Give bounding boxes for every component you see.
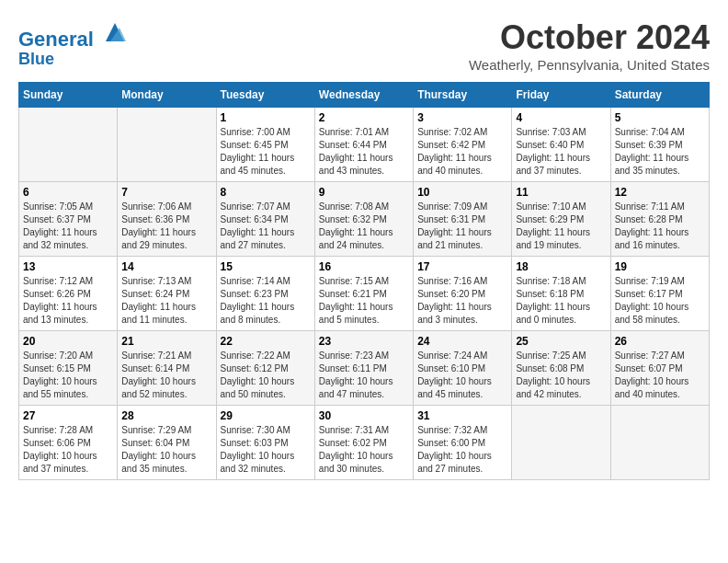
day-number: 16 [319,260,409,273]
day-number: 23 [319,335,409,348]
calendar-cell: 14Sunrise: 7:13 AMSunset: 6:24 PMDayligh… [118,257,216,331]
calendar-week-4: 20Sunrise: 7:20 AMSunset: 6:15 PMDayligh… [19,331,710,406]
calendar-cell: 10Sunrise: 7:09 AMSunset: 6:31 PMDayligh… [414,182,512,257]
calendar-cell [610,406,709,480]
logo: General Blue [18,18,129,69]
day-number: 9 [319,186,409,199]
day-number: 26 [615,335,705,348]
day-number: 15 [221,260,311,273]
calendar-cell: 15Sunrise: 7:14 AMSunset: 6:23 PMDayligh… [216,257,314,331]
day-info: Sunrise: 7:28 AMSunset: 6:06 PMDaylight:… [23,424,113,476]
calendar-cell: 18Sunrise: 7:18 AMSunset: 6:18 PMDayligh… [512,257,610,331]
weekday-header-thursday: Thursday [414,83,512,108]
page-header: General Blue October 2024 Weatherly, Pen… [18,18,710,73]
day-info: Sunrise: 7:12 AMSunset: 6:26 PMDaylight:… [23,275,113,327]
title-block: October 2024 Weatherly, Pennsylvania, Un… [469,18,710,73]
calendar-cell: 17Sunrise: 7:16 AMSunset: 6:20 PMDayligh… [414,257,512,331]
day-info: Sunrise: 7:18 AMSunset: 6:18 PMDaylight:… [516,275,606,327]
calendar-cell [118,108,216,182]
calendar-week-1: 1Sunrise: 7:00 AMSunset: 6:45 PMDaylight… [19,108,710,182]
day-info: Sunrise: 7:20 AMSunset: 6:15 PMDaylight:… [23,350,113,401]
calendar-cell: 9Sunrise: 7:08 AMSunset: 6:32 PMDaylight… [314,182,413,257]
day-info: Sunrise: 7:15 AMSunset: 6:21 PMDaylight:… [319,275,409,327]
calendar-cell: 19Sunrise: 7:19 AMSunset: 6:17 PMDayligh… [610,257,709,331]
location: Weatherly, Pennsylvania, United States [469,57,710,73]
day-info: Sunrise: 7:30 AMSunset: 6:03 PMDaylight:… [221,424,311,476]
calendar-cell: 1Sunrise: 7:00 AMSunset: 6:45 PMDaylight… [216,108,314,182]
day-number: 10 [417,186,507,199]
calendar-cell: 11Sunrise: 7:10 AMSunset: 6:29 PMDayligh… [512,182,610,257]
day-info: Sunrise: 7:05 AMSunset: 6:37 PMDaylight:… [23,201,113,252]
day-number: 1 [221,111,311,124]
day-info: Sunrise: 7:19 AMSunset: 6:17 PMDaylight:… [615,275,705,327]
day-info: Sunrise: 7:14 AMSunset: 6:23 PMDaylight:… [221,275,311,327]
day-info: Sunrise: 7:23 AMSunset: 6:11 PMDaylight:… [319,350,409,401]
day-number: 7 [121,186,211,199]
weekday-header-wednesday: Wednesday [314,83,413,108]
day-number: 29 [221,409,311,422]
calendar-cell: 22Sunrise: 7:22 AMSunset: 6:12 PMDayligh… [216,331,314,406]
day-info: Sunrise: 7:06 AMSunset: 6:36 PMDaylight:… [121,201,211,252]
calendar-cell: 12Sunrise: 7:11 AMSunset: 6:28 PMDayligh… [610,182,709,257]
calendar-cell: 23Sunrise: 7:23 AMSunset: 6:11 PMDayligh… [314,331,413,406]
day-number: 2 [319,111,409,124]
logo-blue: Blue [18,51,129,69]
calendar-week-2: 6Sunrise: 7:05 AMSunset: 6:37 PMDaylight… [19,182,710,257]
calendar-cell: 27Sunrise: 7:28 AMSunset: 6:06 PMDayligh… [19,406,118,480]
day-number: 13 [23,260,113,273]
calendar-cell: 26Sunrise: 7:27 AMSunset: 6:07 PMDayligh… [610,331,709,406]
logo-general: General [18,28,94,51]
calendar-cell: 31Sunrise: 7:32 AMSunset: 6:00 PMDayligh… [414,406,512,480]
calendar-cell: 28Sunrise: 7:29 AMSunset: 6:04 PMDayligh… [118,406,216,480]
day-info: Sunrise: 7:11 AMSunset: 6:28 PMDaylight:… [615,201,705,252]
weekday-header-sunday: Sunday [19,83,118,108]
day-info: Sunrise: 7:29 AMSunset: 6:04 PMDaylight:… [121,424,211,476]
day-number: 14 [121,260,211,273]
month-title: October 2024 [469,18,710,57]
day-number: 28 [121,409,211,422]
day-info: Sunrise: 7:32 AMSunset: 6:00 PMDaylight:… [417,424,507,476]
day-info: Sunrise: 7:10 AMSunset: 6:29 PMDaylight:… [516,201,606,252]
calendar-cell: 20Sunrise: 7:20 AMSunset: 6:15 PMDayligh… [19,331,118,406]
day-info: Sunrise: 7:09 AMSunset: 6:31 PMDaylight:… [417,201,507,252]
logo-icon [101,18,129,46]
day-number: 31 [417,409,507,422]
calendar-cell: 13Sunrise: 7:12 AMSunset: 6:26 PMDayligh… [19,257,118,331]
day-info: Sunrise: 7:25 AMSunset: 6:08 PMDaylight:… [516,350,606,401]
weekday-header-friday: Friday [512,83,610,108]
weekday-header-row: SundayMondayTuesdayWednesdayThursdayFrid… [19,83,710,108]
day-number: 19 [615,260,705,273]
calendar-cell: 4Sunrise: 7:03 AMSunset: 6:40 PMDaylight… [512,108,610,182]
day-info: Sunrise: 7:08 AMSunset: 6:32 PMDaylight:… [319,201,409,252]
weekday-header-monday: Monday [118,83,216,108]
day-info: Sunrise: 7:22 AMSunset: 6:12 PMDaylight:… [221,350,311,401]
day-info: Sunrise: 7:01 AMSunset: 6:44 PMDaylight:… [319,126,409,178]
day-info: Sunrise: 7:31 AMSunset: 6:02 PMDaylight:… [319,424,409,476]
calendar-cell [19,108,118,182]
day-number: 12 [615,186,705,199]
day-info: Sunrise: 7:02 AMSunset: 6:42 PMDaylight:… [417,126,507,178]
calendar-week-3: 13Sunrise: 7:12 AMSunset: 6:26 PMDayligh… [19,257,710,331]
day-number: 5 [615,111,705,124]
day-number: 8 [221,186,311,199]
day-info: Sunrise: 7:24 AMSunset: 6:10 PMDaylight:… [417,350,507,401]
day-info: Sunrise: 7:13 AMSunset: 6:24 PMDaylight:… [121,275,211,327]
day-info: Sunrise: 7:03 AMSunset: 6:40 PMDaylight:… [516,126,606,178]
calendar-cell: 6Sunrise: 7:05 AMSunset: 6:37 PMDaylight… [19,182,118,257]
day-info: Sunrise: 7:27 AMSunset: 6:07 PMDaylight:… [615,350,705,401]
calendar-cell: 25Sunrise: 7:25 AMSunset: 6:08 PMDayligh… [512,331,610,406]
calendar-table: SundayMondayTuesdayWednesdayThursdayFrid… [18,82,710,480]
day-number: 27 [23,409,113,422]
calendar-cell: 5Sunrise: 7:04 AMSunset: 6:39 PMDaylight… [610,108,709,182]
day-number: 11 [516,186,606,199]
weekday-header-tuesday: Tuesday [216,83,314,108]
day-number: 21 [121,335,211,348]
calendar-cell: 24Sunrise: 7:24 AMSunset: 6:10 PMDayligh… [414,331,512,406]
day-info: Sunrise: 7:21 AMSunset: 6:14 PMDaylight:… [121,350,211,401]
calendar-cell: 29Sunrise: 7:30 AMSunset: 6:03 PMDayligh… [216,406,314,480]
calendar-cell: 21Sunrise: 7:21 AMSunset: 6:14 PMDayligh… [118,331,216,406]
day-number: 25 [516,335,606,348]
calendar-cell: 7Sunrise: 7:06 AMSunset: 6:36 PMDaylight… [118,182,216,257]
day-info: Sunrise: 7:16 AMSunset: 6:20 PMDaylight:… [417,275,507,327]
day-number: 24 [417,335,507,348]
